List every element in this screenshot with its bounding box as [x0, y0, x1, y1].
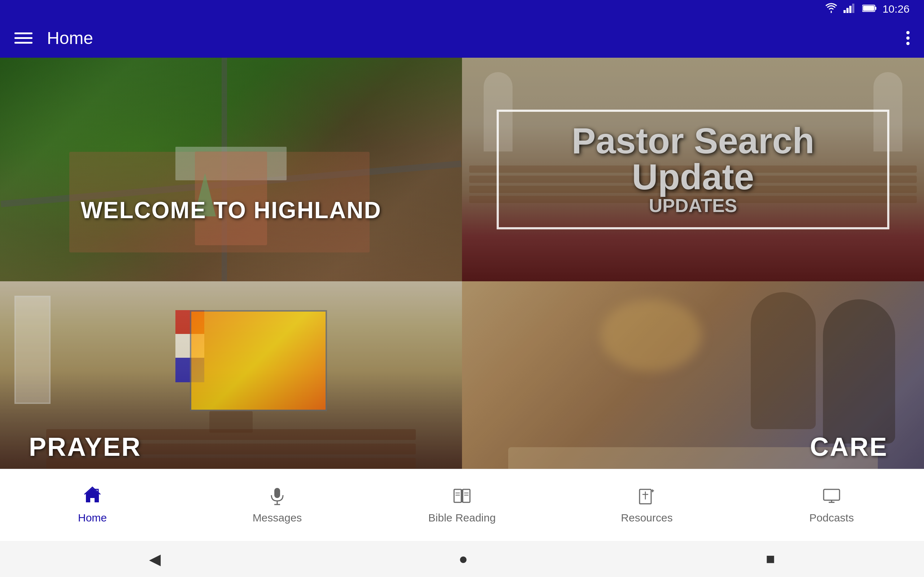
pastor-cell[interactable]: Pastor Search Update UPDATES	[462, 58, 924, 281]
person-silhouette-2	[751, 292, 816, 429]
recent-apps-button[interactable]: ■	[766, 550, 775, 567]
content-grid: WELCOME TO HIGHLAND Pastor Search Update…	[0, 58, 924, 505]
pastor-search-subtitle: UPDATES	[520, 195, 866, 216]
system-nav: ◀ ● ■	[0, 541, 924, 577]
pastor-search-box: Pastor Search Update UPDATES	[497, 110, 889, 229]
bottom-nav: Home Messages Bible Readi	[0, 469, 924, 541]
svg-rect-7	[274, 488, 280, 498]
cross-book-icon	[637, 487, 656, 508]
home-icon	[83, 487, 102, 508]
welcome-label: WELCOME TO HIGHLAND	[81, 197, 381, 224]
home-nav-label: Home	[78, 512, 107, 524]
app-bar: Home	[0, 18, 924, 58]
svg-rect-3	[852, 3, 855, 13]
messages-nav-label: Messages	[253, 512, 302, 524]
hair-highlight	[601, 299, 702, 371]
mic-icon	[268, 487, 287, 508]
nav-item-messages[interactable]: Messages	[185, 487, 370, 524]
prayer-window	[15, 296, 50, 404]
svg-rect-5	[875, 7, 876, 10]
podcasts-nav-label: Podcasts	[809, 512, 854, 524]
nav-item-home[interactable]: Home	[0, 487, 185, 524]
tree-overlay	[0, 58, 462, 147]
time-display: 10:26	[882, 3, 909, 15]
back-button[interactable]: ◀	[149, 550, 161, 568]
nav-item-bible-reading[interactable]: Bible Reading	[370, 487, 554, 524]
care-label: CARE	[810, 432, 888, 462]
resources-nav-label: Resources	[621, 512, 672, 524]
book-open-icon	[452, 487, 472, 508]
pastor-search-title: Pastor Search Update	[520, 122, 866, 195]
bible-reading-nav-label: Bible Reading	[428, 512, 496, 524]
person-silhouette-1	[823, 299, 895, 443]
more-options-button[interactable]	[906, 31, 909, 45]
prayer-label: PRAYER	[29, 432, 141, 462]
battery-icon	[862, 3, 877, 15]
signal-icon	[843, 3, 856, 16]
monitor-icon	[822, 487, 841, 508]
svg-rect-1	[846, 8, 848, 13]
nav-item-resources[interactable]: Resources	[554, 487, 739, 524]
welcome-cell[interactable]: WELCOME TO HIGHLAND	[0, 58, 462, 281]
svg-rect-10	[454, 489, 461, 502]
svg-rect-0	[843, 10, 846, 13]
page-title: Home	[47, 28, 906, 48]
svg-rect-22	[824, 489, 840, 500]
projection-screen	[190, 310, 327, 411]
menu-button[interactable]	[15, 32, 32, 44]
church-entrance	[175, 147, 286, 180]
wifi-icon	[825, 3, 838, 16]
svg-rect-6	[863, 6, 874, 11]
svg-rect-2	[849, 6, 851, 13]
svg-rect-11	[463, 489, 470, 502]
home-button[interactable]: ●	[459, 550, 468, 567]
status-bar: 10:26	[0, 0, 924, 18]
nav-item-podcasts[interactable]: Podcasts	[739, 487, 924, 524]
